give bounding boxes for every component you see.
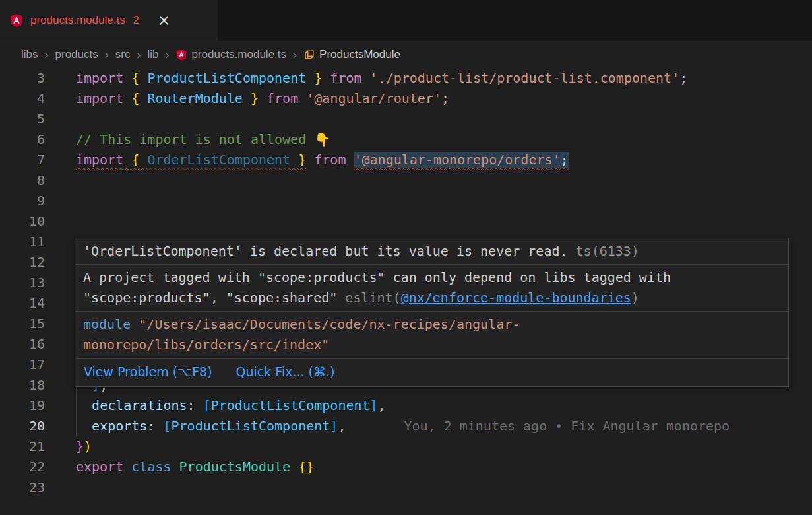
code-line-10[interactable]: 10 — [0, 211, 812, 232]
view-problem-link[interactable]: View Problem (⌥F8) — [84, 362, 212, 382]
hover-message-0: 'OrderListComponent' is declared but its… — [75, 238, 788, 265]
line-content: // This import is not allowed 👇 — [76, 129, 812, 150]
indent-guide — [76, 395, 77, 416]
editor-tab-bar: products.module.ts 2 × — [0, 0, 812, 42]
breadcrumb-separator: › — [44, 48, 49, 61]
hover-message-1: A project tagged with "scope:products" c… — [75, 265, 788, 312]
line-number: 10 — [0, 211, 45, 232]
line-content — [76, 477, 812, 498]
code-line-3[interactable]: 3import { ProductListComponent } from '.… — [0, 68, 812, 88]
breadcrumb-label: src — [115, 48, 131, 61]
code-line-20[interactable]: 20 exports: [ProductListComponent],You, … — [0, 416, 812, 436]
line-number: 3 — [0, 68, 45, 88]
hover-text: ) — [631, 290, 639, 306]
hover-text: module — [83, 316, 139, 332]
hover-text: eslint( — [345, 290, 400, 306]
breadcrumb-separator: › — [104, 48, 109, 61]
line-content: declarations: [ProductListComponent], — [76, 395, 812, 416]
line-content — [76, 191, 812, 211]
vscode-window: products.module.ts 2 × libs › products ›… — [0, 0, 812, 515]
line-number: 4 — [0, 88, 45, 109]
code-editor[interactable]: 3import { ProductListComponent } from '.… — [0, 68, 812, 498]
git-blame-annotation: You, 2 minutes ago • Fix Angular monorep… — [404, 418, 730, 434]
breadcrumb: libs › products › src › lib › products.m… — [0, 42, 812, 68]
hover-text: "/Users/isaac/Documents/code/nx-recipes/… — [83, 316, 520, 353]
line-number: 19 — [0, 395, 45, 416]
tab-products-module[interactable]: products.module.ts 2 × — [0, 0, 218, 41]
code-line-23[interactable]: 23 — [0, 477, 812, 498]
breadcrumb-item-products[interactable]: products — [55, 48, 98, 61]
tab-title: products.module.ts — [30, 14, 125, 27]
breadcrumb-label: libs — [21, 48, 38, 61]
line-number: 18 — [0, 375, 45, 395]
line-number: 23 — [0, 477, 45, 498]
code-line-21[interactable]: 21}) — [0, 436, 812, 457]
breadcrumb-label: lib — [147, 48, 158, 61]
breadcrumb-label: ProductsModule — [319, 48, 400, 61]
line-content: import { OrderListComponent } from '@ang… — [76, 150, 812, 170]
line-number: 14 — [0, 293, 45, 314]
line-content: export class ProductsModule {} — [76, 457, 812, 477]
eslint-rule-link[interactable]: @nx/enforce-module-boundaries — [401, 290, 631, 306]
line-number: 17 — [0, 355, 45, 375]
diagnostic-hover-popup: 'OrderListComponent' is declared but its… — [75, 238, 789, 387]
breadcrumb-item-libs[interactable]: libs — [21, 48, 38, 61]
code-line-7[interactable]: 7import { OrderListComponent } from '@an… — [0, 150, 812, 170]
line-content — [76, 211, 812, 232]
breadcrumb-separator: › — [136, 48, 141, 61]
line-number: 22 — [0, 457, 45, 477]
line-number: 13 — [0, 273, 45, 293]
breadcrumb-item-lib[interactable]: lib — [147, 48, 158, 61]
breadcrumb-item-file[interactable]: products.module.ts — [175, 48, 286, 61]
indent-guide — [76, 416, 77, 436]
quick-fix-link[interactable]: Quick Fix... (⌘.) — [236, 362, 335, 382]
code-line-6[interactable]: 6// This import is not allowed 👇 — [0, 129, 812, 150]
line-number: 12 — [0, 252, 45, 273]
line-number: 21 — [0, 436, 45, 457]
hover-actions: View Problem (⌥F8) Quick Fix... (⌘.) — [75, 359, 788, 386]
code-line-8[interactable]: 8 — [0, 170, 812, 191]
angular-icon — [175, 49, 187, 61]
line-number: 6 — [0, 129, 45, 150]
angular-icon — [9, 13, 24, 28]
hover-message-2: module "/Users/isaac/Documents/code/nx-r… — [75, 312, 788, 359]
line-content: }) — [76, 436, 812, 457]
breadcrumb-label: products — [55, 48, 98, 61]
line-content — [76, 170, 812, 191]
code-line-4[interactable]: 4import { RouterModule } from '@angular/… — [0, 88, 812, 109]
line-content: exports: [ProductListComponent],You, 2 m… — [76, 416, 812, 436]
line-number: 15 — [0, 314, 45, 334]
close-icon[interactable]: × — [158, 13, 171, 28]
line-number: 16 — [0, 334, 45, 355]
line-content: import { RouterModule } from '@angular/r… — [76, 88, 812, 109]
code-line-5[interactable]: 5 — [0, 109, 812, 129]
breadcrumb-separator: › — [164, 48, 170, 61]
line-content — [76, 109, 812, 129]
hover-text: 'OrderListComponent' is declared but its… — [83, 243, 568, 259]
hover-messages: 'OrderListComponent' is declared but its… — [75, 238, 788, 359]
line-number: 7 — [0, 150, 45, 170]
hover-text: ts(6133) — [568, 243, 639, 259]
code-line-9[interactable]: 9 — [0, 191, 812, 211]
line-content: import { ProductListComponent } from './… — [76, 68, 812, 88]
line-number: 11 — [0, 232, 45, 252]
line-number: 20 — [0, 416, 45, 436]
breadcrumb-label: products.module.ts — [191, 48, 286, 61]
breadcrumb-separator: › — [292, 48, 297, 61]
line-number: 8 — [0, 170, 45, 191]
class-symbol-icon — [303, 49, 315, 61]
breadcrumb-item-src[interactable]: src — [115, 48, 131, 61]
line-number: 5 — [0, 109, 45, 129]
breadcrumb-item-symbol[interactable]: ProductsModule — [303, 48, 400, 61]
code-line-19[interactable]: 19 declarations: [ProductListComponent], — [0, 395, 812, 416]
code-line-22[interactable]: 22export class ProductsModule {} — [0, 457, 812, 477]
line-number: 9 — [0, 191, 45, 211]
tab-error-count-badge: 2 — [133, 15, 139, 26]
